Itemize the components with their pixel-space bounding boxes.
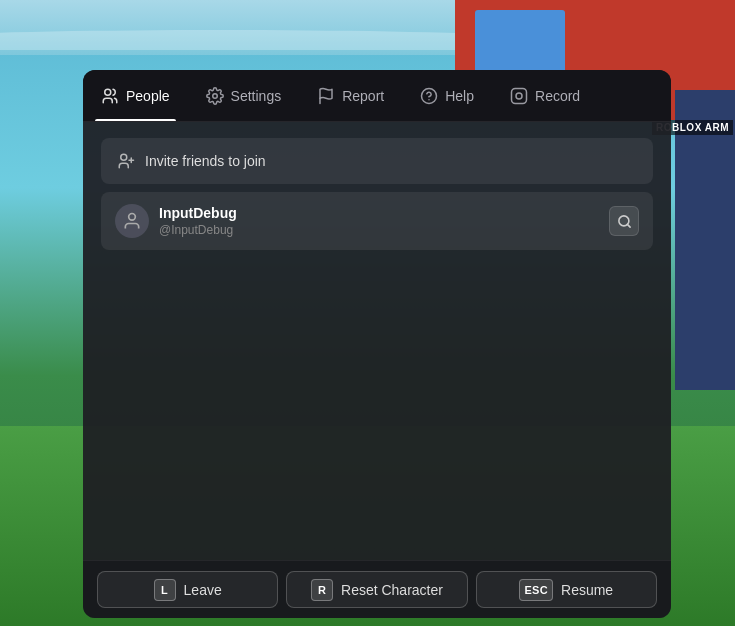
modal-panel: People Settings Report Help xyxy=(83,70,671,618)
search-icon xyxy=(617,214,632,229)
resume-button[interactable]: ESC Resume xyxy=(476,571,657,608)
player-info: InputDebug @InputDebug xyxy=(159,205,599,237)
tab-report[interactable]: Report xyxy=(299,70,402,121)
invite-friends-row[interactable]: Invite friends to join xyxy=(101,138,653,184)
svg-line-12 xyxy=(627,224,630,227)
report-icon xyxy=(317,87,335,105)
tab-bar: People Settings Report Help xyxy=(83,70,671,122)
svg-point-6 xyxy=(516,93,522,99)
invite-label: Invite friends to join xyxy=(145,153,266,169)
tab-settings[interactable]: Settings xyxy=(188,70,300,121)
player-avatar xyxy=(115,204,149,238)
player-handle: @InputDebug xyxy=(159,223,599,237)
svg-point-10 xyxy=(129,214,136,221)
people-icon xyxy=(101,87,119,105)
leave-button[interactable]: L Leave xyxy=(97,571,278,608)
tab-record-label: Record xyxy=(535,88,580,104)
tab-help[interactable]: Help xyxy=(402,70,492,121)
modal-footer: L Leave R Reset Character ESC Resume xyxy=(83,560,671,618)
tab-people-label: People xyxy=(126,88,170,104)
help-icon xyxy=(420,87,438,105)
svg-point-7 xyxy=(121,154,127,160)
svg-rect-5 xyxy=(512,88,527,103)
invite-icon xyxy=(117,152,135,170)
reset-label: Reset Character xyxy=(341,582,443,598)
reset-key-badge: R xyxy=(311,579,333,601)
player-name: InputDebug xyxy=(159,205,599,221)
tab-report-label: Report xyxy=(342,88,384,104)
resume-label: Resume xyxy=(561,582,613,598)
settings-icon xyxy=(206,87,224,105)
svg-point-1 xyxy=(212,93,217,98)
tab-record[interactable]: Record xyxy=(492,70,598,121)
tab-people[interactable]: People xyxy=(83,70,188,121)
avatar-icon xyxy=(122,211,142,231)
player-row: InputDebug @InputDebug xyxy=(101,192,653,250)
player-search-button[interactable] xyxy=(609,206,639,236)
building-blue xyxy=(675,90,735,390)
esc-key-badge: ESC xyxy=(519,579,553,601)
svg-point-0 xyxy=(105,89,111,95)
record-icon xyxy=(510,87,528,105)
tab-help-label: Help xyxy=(445,88,474,104)
leave-key-badge: L xyxy=(154,579,176,601)
modal-content: Invite friends to join InputDebug @Input… xyxy=(83,122,671,560)
tab-settings-label: Settings xyxy=(231,88,282,104)
leave-label: Leave xyxy=(184,582,222,598)
reset-character-button[interactable]: R Reset Character xyxy=(286,571,467,608)
